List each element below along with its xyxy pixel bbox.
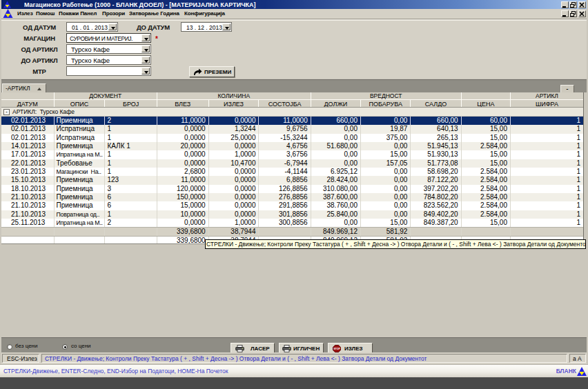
svg-text:STOP: STOP <box>333 348 340 350</box>
